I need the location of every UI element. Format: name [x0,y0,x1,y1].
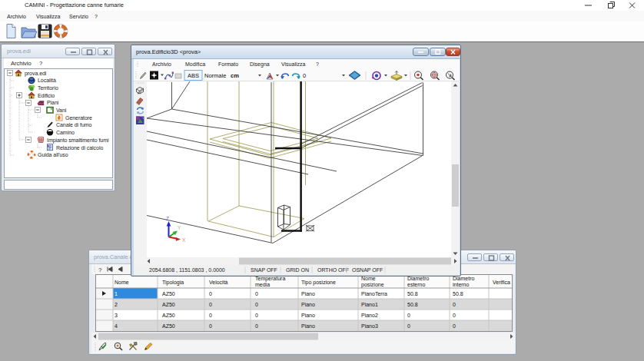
svg-text:0: 0 [209,291,212,296]
svg-text:Diametro: Diametro [407,276,430,281]
svg-text:Piano1: Piano1 [361,302,378,307]
svg-text:PianoTerra: PianoTerra [361,291,387,296]
svg-text:50.8: 50.8 [407,302,418,307]
svg-text:0: 0 [453,313,456,318]
svg-text:Piano: Piano [301,313,315,318]
svg-text:Nome: Nome [115,280,129,285]
svg-text:Piani: Piani [47,100,59,105]
svg-text:Y: Y [178,225,181,230]
svg-text:ABS: ABS [188,72,199,79]
svg-text:Canale di fumo: Canale di fumo [56,122,92,128]
svg-text:posizione: posizione [361,282,384,288]
svg-text:AZ50: AZ50 [162,302,175,307]
svg-text:0: 0 [209,313,212,318]
svg-text:Piano: Piano [301,302,315,307]
svg-text:AZ50: AZ50 [162,313,175,318]
svg-text:0: 0 [209,302,212,307]
svg-text:Z: Z [166,216,169,221]
svg-text:50.8: 50.8 [407,291,418,296]
svg-text:Territorio: Territorio [38,85,58,91]
svg-text:0: 0 [255,302,258,307]
svg-text:0: 0 [255,313,258,318]
svg-text:Piano: Piano [301,291,315,296]
svg-text:AZ50: AZ50 [162,323,175,329]
svg-text:esterno: esterno [407,282,425,287]
svg-text:Edificio: Edificio [38,93,55,98]
svg-text:Camino: Camino [56,130,75,135]
svg-text:cm: cm [231,72,239,79]
svg-text:Vani: Vani [56,108,67,113]
svg-text:prova.edi: prova.edi [25,71,47,77]
svg-text:Tipo posizione: Tipo posizione [301,280,336,286]
svg-text:Relazione di calcolo: Relazione di calcolo [56,145,103,151]
svg-text:0: 0 [209,323,212,329]
svg-text:Velocità: Velocità [209,280,228,285]
svg-text:0: 0 [407,323,410,329]
svg-text:Verifica: Verifica [493,280,510,285]
svg-text:4: 4 [115,323,118,329]
svg-text:0: 0 [407,313,410,318]
svg-text:AZ50: AZ50 [162,291,175,296]
svg-text:0: 0 [255,323,258,329]
svg-text:Piano3: Piano3 [361,323,378,329]
svg-text:Temperatura: Temperatura [255,276,285,282]
svg-text:1: 1 [115,291,118,296]
svg-text:3: 3 [115,313,118,318]
svg-text:Generatore: Generatore [65,115,92,121]
svg-text:Nome: Nome [361,276,376,281]
svg-text:Piano2: Piano2 [361,313,378,318]
svg-text:Guida all'uso: Guida all'uso [38,152,68,157]
svg-text:50.8: 50.8 [453,291,463,296]
svg-text:2: 2 [115,302,118,307]
svg-text:Tipologia: Tipologia [162,280,184,286]
svg-text:Località: Località [38,78,56,83]
svg-text:0: 0 [255,291,258,296]
svg-text:0: 0 [303,72,306,79]
svg-text:interno: interno [453,282,470,287]
svg-text:Piano: Piano [301,323,315,329]
svg-text:X: X [182,237,186,243]
svg-text:Impianto smaltimento fumi: Impianto smaltimento fumi [47,137,109,144]
svg-text:?: ? [98,267,102,273]
svg-text:0: 0 [453,323,456,329]
svg-text:0: 0 [453,302,456,307]
svg-text:Normale: Normale [204,72,226,79]
svg-text:media: media [255,282,270,287]
svg-text:Diametro: Diametro [453,276,475,281]
